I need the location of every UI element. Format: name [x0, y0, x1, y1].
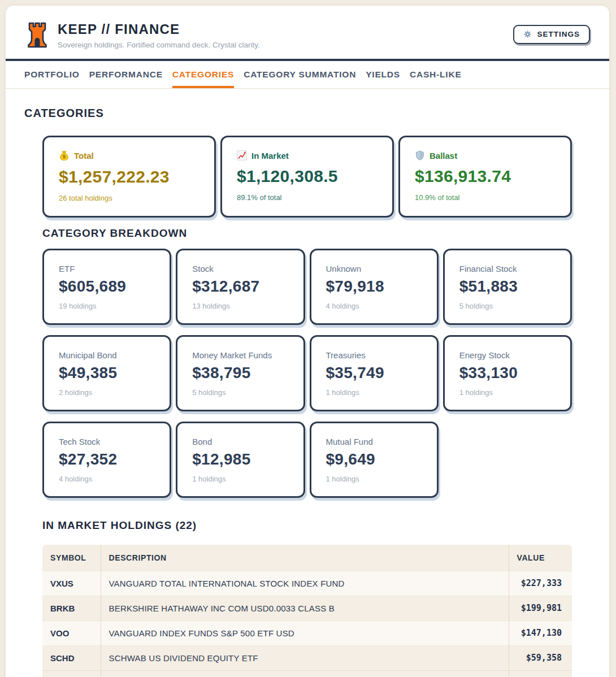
category-card-label: Municipal Bond	[59, 350, 155, 360]
category-card: Unknown $79,918 4 holdings	[310, 249, 439, 325]
summary-card-value: $1,257,222.23	[59, 167, 199, 186]
category-card-subtext: 1 holdings	[192, 475, 288, 483]
table-row: VXUS VANGUARD TOTAL INTERNATIONAL STOCK …	[42, 571, 572, 596]
category-card-subtext: 19 holdings	[59, 302, 155, 310]
summary-card-value: $1,120,308.5	[237, 167, 378, 186]
category-card-subtext: 5 holdings	[192, 388, 288, 397]
holding-value: $147,130	[509, 620, 572, 645]
category-card: Financial Stock $51,883 5 holdings	[443, 249, 572, 325]
category-card-value: $51,883	[459, 277, 556, 296]
category-card-value: $33,130	[459, 364, 556, 382]
settings-button[interactable]: SETTINGS	[513, 25, 590, 44]
category-card: ETF $605,689 19 holdings	[42, 249, 171, 325]
holding-description: SCHWAB US DIVIDEND EQUITY ETF	[101, 645, 509, 670]
column-header-description: DESCRIPTION	[101, 545, 509, 571]
summary-card-ballast: Ballast $136,913.74 10.9% of total	[398, 136, 572, 218]
category-card: Treasuries $35,749 1 holdings	[310, 335, 439, 411]
category-card-label: Money Market Funds	[192, 350, 288, 360]
summary-card-label-row: In Market	[237, 150, 378, 160]
holding-description: BERKSHIRE HATHAWAY INC COM USD0.0033 CLA…	[101, 596, 509, 620]
holding-value: $227,333	[509, 571, 572, 596]
column-header-value: VALUE	[509, 545, 572, 571]
table-row: BRKB BERKSHIRE HATHAWAY INC COM USD0.003…	[42, 596, 572, 620]
category-card: Mutual Fund $9,649 1 holdings	[310, 422, 439, 498]
category-card: Municipal Bond $49,385 2 holdings	[42, 335, 171, 411]
summary-card-subtext: 89.1% of total	[237, 193, 378, 202]
holding-value: $199,981	[509, 596, 572, 620]
category-card-subtext: 2 holdings	[59, 388, 155, 397]
summary-card-value: $136,913.74	[415, 167, 556, 186]
category-card: Bond $12,985 1 holdings	[176, 422, 305, 498]
category-card: Energy Stock $33,130 1 holdings	[443, 335, 572, 411]
svg-text:$: $	[63, 154, 66, 159]
category-card: Tech Stock $27,352 4 holdings	[42, 422, 171, 498]
category-card-value: $605,689	[59, 277, 155, 296]
summary-card-in-market: In Market $1,120,308.5 89.1% of total	[220, 136, 394, 218]
summary-card-label: Ballast	[430, 151, 457, 160]
category-card-value: $49,385	[59, 364, 155, 382]
table-partial-row	[42, 670, 572, 677]
rook-logo-icon	[24, 21, 50, 48]
category-card: Stock $312,687 13 holdings	[176, 249, 305, 325]
category-card-label: Mutual Fund	[326, 437, 422, 446]
category-card-label: Stock	[192, 264, 288, 274]
category-card-value: $38,795	[192, 364, 288, 382]
column-header-symbol: SYMBOL	[42, 545, 101, 571]
tab-category-summation[interactable]: CATEGORY SUMMATION	[244, 61, 356, 88]
category-card-value: $35,749	[326, 364, 422, 382]
holding-symbol: VXUS	[42, 571, 101, 596]
title-block: KEEP // FINANCE Sovereign holdings. Fort…	[58, 21, 260, 49]
main-content: CATEGORIES $ Total	[6, 89, 609, 677]
section-body: $ Total $1,257,222.23 26 total holdings	[42, 136, 572, 677]
category-card-label: ETF	[59, 264, 155, 274]
holding-symbol: BRKB	[42, 596, 101, 620]
category-card-grid: ETF $605,689 19 holdings Stock $312,687 …	[42, 249, 572, 498]
app-title: KEEP // FINANCE	[58, 21, 260, 37]
holding-symbol: SCHD	[42, 645, 101, 670]
category-card-label: Energy Stock	[459, 350, 556, 360]
tab-portfolio[interactable]: PORTFOLIO	[24, 61, 80, 88]
summary-card-grid: $ Total $1,257,222.23 26 total holdings	[42, 136, 572, 218]
summary-card-label: Total	[74, 151, 94, 160]
holding-description: VANGUARD TOTAL INTERNATIONAL STOCK INDEX…	[101, 571, 509, 596]
category-card-subtext: 1 holdings	[459, 388, 556, 397]
tab-categories[interactable]: CATEGORIES	[172, 61, 234, 88]
category-card-value: $9,649	[326, 450, 422, 468]
tab-performance[interactable]: PERFORMANCE	[89, 61, 163, 88]
holding-description: VANGUARD INDEX FUNDS S&P 500 ETF USD	[101, 620, 509, 645]
category-card-subtext: 5 holdings	[459, 302, 556, 310]
summary-card-label-row: Ballast	[415, 150, 556, 160]
category-card-subtext: 1 holdings	[326, 388, 422, 397]
category-card-subtext: 4 holdings	[326, 302, 422, 310]
table-body: VXUS VANGUARD TOTAL INTERNATIONAL STOCK …	[42, 571, 572, 670]
category-card-label: Financial Stock	[459, 264, 556, 274]
shield-icon	[415, 150, 425, 160]
tab-yields[interactable]: YIELDS	[366, 61, 400, 88]
summary-card-subtext: 10.9% of total	[415, 193, 556, 202]
tab-bar: PORTFOLIO PERFORMANCE CATEGORIES CATEGOR…	[6, 61, 609, 89]
category-card-value: $312,687	[192, 277, 288, 296]
holding-value: $59,358	[509, 645, 572, 670]
chart-up-icon	[237, 150, 247, 160]
category-card-value: $12,985	[192, 450, 288, 468]
app-window: KEEP // FINANCE Sovereign holdings. Fort…	[6, 6, 609, 677]
category-card-value: $27,352	[59, 450, 155, 468]
table-row: SCHD SCHWAB US DIVIDEND EQUITY ETF $59,3…	[42, 645, 572, 670]
summary-card-label: In Market	[251, 151, 289, 160]
category-card-label: Tech Stock	[59, 437, 155, 446]
category-card-subtext: 13 holdings	[192, 302, 288, 310]
settings-button-label: SETTINGS	[537, 30, 580, 38]
tab-cash-like[interactable]: CASH-LIKE	[410, 61, 462, 88]
summary-card-label-row: $ Total	[59, 150, 199, 161]
app-subtitle: Sovereign holdings. Fortified command de…	[58, 41, 260, 49]
category-card-subtext: 4 holdings	[59, 475, 155, 483]
page-title: CATEGORIES	[24, 107, 591, 120]
table-header: SYMBOL DESCRIPTION VALUE	[42, 545, 572, 571]
category-card-subtext: 1 holdings	[326, 475, 422, 483]
holdings-title: IN MARKET HOLDINGS (22)	[42, 519, 572, 532]
category-card-value: $79,918	[326, 277, 422, 296]
table-row: VOO VANGUARD INDEX FUNDS S&P 500 ETF USD…	[42, 620, 572, 645]
summary-card-subtext: 26 total holdings	[59, 194, 199, 202]
category-card: Money Market Funds $38,795 5 holdings	[176, 335, 305, 411]
holding-symbol: VOO	[42, 620, 101, 645]
